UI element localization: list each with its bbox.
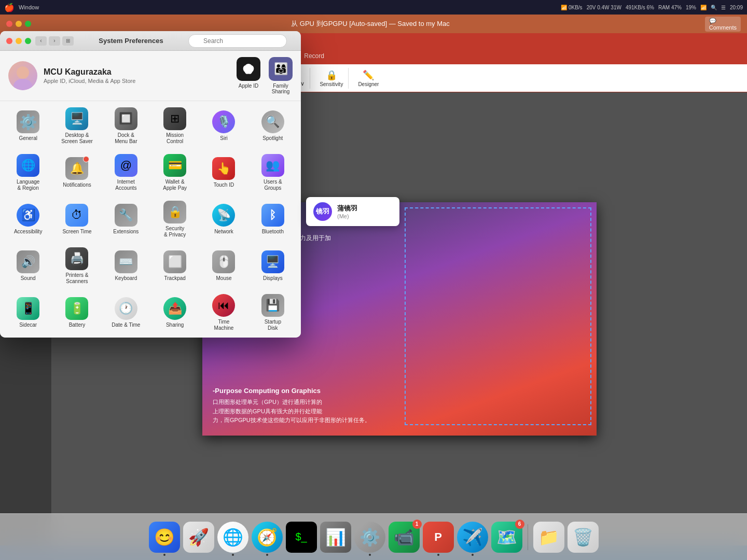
sysprefs-dock-icon: ⚙️ bbox=[359, 527, 380, 547]
close-button[interactable] bbox=[6, 21, 12, 27]
downloads-icon: 📁 bbox=[538, 527, 559, 547]
apple-menu[interactable]: 🍎 bbox=[4, 3, 15, 12]
pref-bluetooth[interactable]: ᛒ Bluetooth bbox=[249, 197, 297, 242]
pref-network[interactable]: 📡 Network bbox=[200, 197, 247, 242]
apple-id-button[interactable]: Apple ID bbox=[237, 57, 260, 94]
ppt-title: 从 GPU 到GPGPU [Auto-saved] — Saved to my … bbox=[35, 19, 706, 29]
powerpoint-dock-icon: P bbox=[434, 530, 442, 544]
pref-security[interactable]: 🔒 Security& Privacy bbox=[151, 197, 199, 242]
wallet-icon: 💳 bbox=[163, 154, 186, 177]
sidecar-icon: 📱 bbox=[17, 297, 39, 320]
notification-badge bbox=[83, 156, 89, 162]
pref-desktop[interactable]: 🖥️ Desktop &Screen Saver bbox=[53, 103, 101, 149]
pref-sharing[interactable]: 📤 Sharing bbox=[151, 290, 199, 335]
dock-terminal[interactable]: $_ bbox=[286, 522, 317, 553]
user-subtitle: Apple ID, iCloud, Media & App Store bbox=[44, 78, 237, 84]
dock-icon: 🔲 bbox=[115, 107, 137, 130]
timemachine-icon: ⏮ bbox=[212, 294, 235, 317]
syspref-back[interactable]: ‹ bbox=[35, 36, 47, 46]
desktop-label: Desktop &Screen Saver bbox=[61, 132, 93, 145]
pref-spotlight[interactable]: 🔍 Spotlight bbox=[249, 103, 297, 149]
pref-screentime[interactable]: ⏱ Screen Time bbox=[53, 197, 101, 242]
comments-button[interactable]: 💬 Comments bbox=[705, 17, 741, 32]
startup-icon: 💾 bbox=[261, 294, 284, 317]
keyboard-label: Keyboard bbox=[115, 275, 137, 282]
syspref-minimize[interactable] bbox=[16, 38, 22, 44]
notifications-label: Notifications bbox=[63, 182, 91, 188]
pref-dock[interactable]: 🔲 Dock &Menu Bar bbox=[102, 103, 150, 149]
preferences-grid: ⚙️ General 🖥️ Desktop &Screen Saver 🔲 Do… bbox=[0, 101, 301, 338]
general-label: General bbox=[19, 135, 37, 142]
syspref-close[interactable] bbox=[6, 38, 12, 44]
mission-label: MissionControl bbox=[166, 132, 184, 145]
topbar-wifi: 📶 bbox=[700, 5, 707, 10]
dock-finder[interactable]: 😊 bbox=[149, 522, 180, 553]
pref-extensions[interactable]: 🔧 Extensions bbox=[102, 197, 150, 242]
designer-button[interactable]: ✏️ Designer bbox=[356, 68, 381, 89]
dock-powerpoint[interactable]: P bbox=[423, 522, 454, 553]
pref-timemachine[interactable]: ⏮ TimeMachine bbox=[200, 290, 247, 335]
dock-activity[interactable]: 📊 bbox=[320, 522, 351, 553]
syspref-forward[interactable]: › bbox=[49, 36, 60, 46]
sensitivity-button[interactable]: 🔒 Sensitivity bbox=[317, 68, 345, 89]
pref-trackpad[interactable]: ⬜ Trackpad bbox=[151, 243, 199, 289]
battery-label: Battery bbox=[69, 322, 86, 328]
user-avatar[interactable] bbox=[8, 61, 37, 90]
language-label: Language& Region bbox=[17, 179, 40, 191]
syspref-title: System Preferences bbox=[78, 37, 184, 45]
comment-avatar: 镜羽 bbox=[313, 202, 332, 221]
facetime-icon: 📹 bbox=[394, 527, 414, 547]
ppt-titlebar: 从 GPU 到GPGPU [Auto-saved] — Saved to my … bbox=[0, 15, 747, 33]
family-sharing-button[interactable]: 👨‍👩‍👧 FamilySharing bbox=[269, 57, 293, 94]
pref-mouse[interactable]: 🖱️ Mouse bbox=[200, 243, 247, 289]
pref-touchid[interactable]: 👆 Touch ID bbox=[200, 150, 247, 195]
pref-users[interactable]: 👥 Users &Groups bbox=[249, 150, 297, 195]
language-icon: 🌐 bbox=[17, 154, 39, 177]
dock-maps[interactable]: 🗺️ 6 bbox=[491, 522, 522, 553]
internet-icon: @ bbox=[115, 154, 137, 177]
minimize-button[interactable] bbox=[16, 21, 22, 27]
pref-siri[interactable]: 🎙️ Siri bbox=[200, 103, 247, 149]
timemachine-label: TimeMachine bbox=[214, 319, 234, 331]
dock-trash[interactable]: 🗑️ bbox=[568, 522, 599, 553]
tab-record[interactable]: Record bbox=[299, 50, 329, 62]
pref-sound[interactable]: 🔊 Sound bbox=[4, 243, 52, 289]
dock-chrome[interactable]: 🌐 bbox=[217, 522, 248, 553]
pref-internet[interactable]: @ InternetAccounts bbox=[102, 150, 150, 195]
topbar-window-label[interactable]: Window bbox=[19, 4, 39, 10]
pref-wallet[interactable]: 💳 Wallet &Apple Pay bbox=[151, 150, 199, 195]
dock-systemprefs[interactable]: ⚙️ bbox=[354, 522, 385, 553]
dock-telegram[interactable]: ✈️ bbox=[457, 522, 488, 553]
pref-keyboard[interactable]: ⌨️ Keyboard bbox=[102, 243, 150, 289]
security-label: Security& Privacy bbox=[164, 226, 186, 238]
pref-accessibility[interactable]: ♿ Accessibility bbox=[4, 197, 52, 242]
pref-mission[interactable]: ⊞ MissionControl bbox=[151, 103, 199, 149]
comment-bubble: 镜羽 蒲镜羽 (Me) bbox=[306, 197, 399, 226]
pref-sidecar[interactable]: 📱 Sidecar bbox=[4, 290, 52, 335]
pref-notifications[interactable]: 🔔 Notifications bbox=[53, 150, 101, 195]
trackpad-label: Trackpad bbox=[164, 275, 186, 282]
syspref-grid[interactable]: ⊞ bbox=[62, 36, 74, 46]
pref-startup[interactable]: 💾 StartupDisk bbox=[249, 290, 297, 335]
dock-safari[interactable]: 🧭 bbox=[252, 522, 283, 553]
pref-printers[interactable]: 🖨️ Printers &Scanners bbox=[53, 243, 101, 289]
pref-battery[interactable]: 🔋 Battery bbox=[53, 290, 101, 335]
maximize-button[interactable] bbox=[25, 21, 31, 27]
pref-general[interactable]: ⚙️ General bbox=[4, 103, 52, 149]
pref-language[interactable]: 🌐 Language& Region bbox=[4, 150, 52, 195]
topbar-controlcenter[interactable]: ☰ bbox=[721, 5, 726, 10]
mouse-icon: 🖱️ bbox=[212, 250, 235, 273]
ribbon-group-sensitivity: 🔒 Sensitivity bbox=[314, 68, 349, 89]
topbar-search[interactable]: 🔍 bbox=[711, 5, 717, 10]
comment-avatar-text: 镜羽 bbox=[316, 207, 329, 216]
sharing-label: Sharing bbox=[166, 322, 184, 328]
dock-launchpad[interactable]: 🚀 bbox=[183, 522, 214, 553]
syspref-search-input[interactable] bbox=[188, 34, 287, 48]
pref-datetime[interactable]: 🕐 Date & Time bbox=[102, 290, 150, 335]
topbar-ram: RAM 47% bbox=[658, 5, 682, 10]
pref-displays[interactable]: 🖥️ Displays bbox=[249, 243, 297, 289]
dock-downloads[interactable]: 📁 bbox=[533, 522, 564, 553]
syspref-maximize[interactable] bbox=[25, 38, 31, 44]
dock-facetime[interactable]: 📹 1 bbox=[389, 522, 420, 553]
sysprefs-dot bbox=[369, 554, 371, 556]
